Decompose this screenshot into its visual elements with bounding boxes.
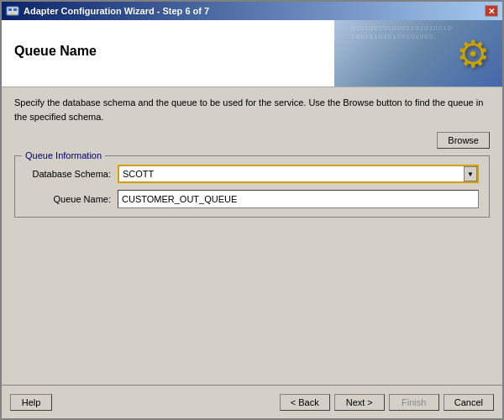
svg-rect-1	[8, 8, 12, 11]
group-box-legend: Queue Information	[22, 150, 105, 160]
next-button[interactable]: Next >	[334, 394, 385, 411]
wizard-window: Adapter Configuration Wizard - Step 6 of…	[0, 0, 504, 420]
footer-right: < Back Next > Finish Cancel	[280, 394, 494, 411]
content-area: Specify the database schema and the queu…	[2, 87, 502, 385]
browse-button[interactable]: Browse	[437, 132, 490, 149]
queue-name-input[interactable]	[118, 190, 479, 208]
footer-area: Help < Back Next > Finish Cancel	[2, 385, 502, 418]
svg-point-3	[12, 13, 14, 15]
adapter-icon	[6, 4, 19, 18]
header-decoration: 0101001010001101010010100011010100101000…	[334, 20, 502, 87]
cancel-button[interactable]: Cancel	[444, 394, 494, 411]
title-bar: Adapter Configuration Wizard - Step 6 of…	[2, 2, 502, 20]
queue-information-group: Queue Information Database Schema: SCOTT…	[14, 155, 490, 218]
gear-icon: ⚙	[456, 32, 490, 76]
finish-button: Finish	[389, 394, 439, 411]
queue-name-label: Queue Name:	[25, 194, 118, 204]
back-button[interactable]: < Back	[280, 394, 330, 411]
close-button[interactable]: ✕	[485, 5, 498, 17]
title-bar-left: Adapter Configuration Wizard - Step 6 of…	[6, 4, 209, 18]
bg-text: 0101001010001101010010100011010100101000	[351, 24, 452, 42]
header-area: Queue Name 01010010100011010100101000110…	[2, 20, 502, 87]
title-bar-text: Adapter Configuration Wizard - Step 6 of…	[24, 6, 209, 16]
database-schema-wrapper: SCOTT ▼	[118, 165, 479, 183]
description-text: Specify the database schema and the queu…	[14, 96, 490, 123]
browse-btn-row: Browse	[14, 132, 490, 149]
footer-left: Help	[10, 394, 52, 411]
svg-rect-2	[13, 8, 17, 11]
help-button[interactable]: Help	[10, 394, 52, 411]
database-schema-label: Database Schema:	[25, 169, 118, 179]
database-schema-row: Database Schema: SCOTT ▼	[25, 165, 479, 183]
database-schema-select[interactable]: SCOTT	[118, 165, 479, 183]
queue-name-row: Queue Name:	[25, 190, 479, 208]
